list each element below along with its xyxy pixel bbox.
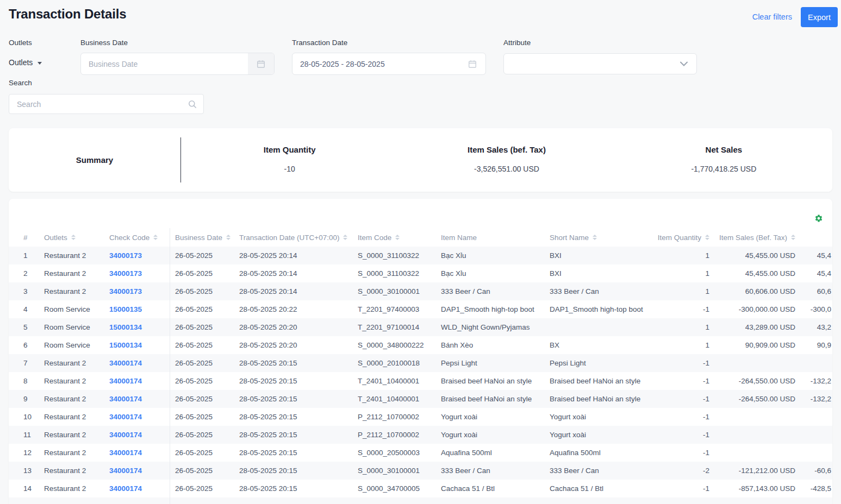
metric-value: -1,770,418.25 USD <box>691 165 756 173</box>
business-date-cell: 26-05-2025 <box>170 336 239 354</box>
item-quantity-cell: -2 <box>651 462 712 480</box>
business-date-cell: 26-05-2025 <box>170 426 239 444</box>
export-button[interactable]: Export <box>801 7 838 27</box>
transaction-date-field[interactable] <box>292 53 486 75</box>
short-name-cell: Braised beef HaNoi an style <box>550 390 651 408</box>
business-date-cell: 26-05-2025 <box>170 318 239 336</box>
business-date-cell: 26-05-2025 <box>170 264 239 282</box>
short-name-cell: BX <box>550 336 651 354</box>
item-sales-cell <box>712 354 798 372</box>
transaction-date-cell: 28-05-2025 20:15 <box>239 372 358 390</box>
clipped-amount-cell <box>798 497 832 504</box>
short-name-cell: 333 Beer / Can <box>550 462 651 480</box>
item-code-cell: P_2112_10700002 <box>358 426 441 444</box>
metric-item-sales: Item Sales (bef. Tax) -3,526,551.00 USD <box>398 128 615 192</box>
calendar-icon[interactable] <box>459 53 485 74</box>
search-field[interactable] <box>9 94 204 114</box>
check-code-link[interactable]: 34000174 <box>109 408 170 426</box>
item-sales-cell <box>712 497 798 504</box>
business-date-input[interactable] <box>81 53 248 74</box>
column-header-name: Item Name <box>441 228 550 247</box>
item-code-cell: T_2201_97100014 <box>358 318 441 336</box>
check-code-link[interactable]: 34000174 <box>109 480 170 497</box>
check-code-link[interactable]: 34000174 <box>109 497 170 504</box>
table-row: 11 Restaurant 2 34000174 26-05-2025 28-0… <box>9 426 832 444</box>
short-name-cell: Braised beef HaNoi an style <box>550 372 651 390</box>
outlets-dropdown[interactable]: Outlets <box>9 58 42 67</box>
column-header-check[interactable]: Check Code <box>109 228 170 247</box>
outlet-cell: Room Service <box>44 300 109 318</box>
column-header-short[interactable]: Short Name <box>550 228 651 247</box>
item-quantity-cell <box>651 497 712 504</box>
search-filter-label: Search <box>9 79 32 87</box>
business-date-filter-label: Business Date <box>80 39 128 47</box>
clipped-amount-cell: 45,4 <box>798 264 832 282</box>
item-sales-cell: -857,143.00 USD <box>712 480 798 497</box>
row-index: 6 <box>9 336 44 354</box>
check-code-link[interactable]: 34000173 <box>109 247 170 264</box>
attribute-select[interactable] <box>503 53 697 74</box>
check-code-link[interactable]: 34000174 <box>109 444 170 462</box>
item-name-cell: Braised beef HaNoi an style <box>441 390 550 408</box>
column-header-num: # <box>9 228 44 247</box>
short-name-cell: Pepsi Light <box>550 354 651 372</box>
clipped-amount-cell <box>798 426 832 444</box>
item-name-cell: WLD_Night Gown/Pyjamas <box>441 318 550 336</box>
business-date-cell: 26-05-2025 <box>170 372 239 390</box>
check-code-link[interactable]: 15000135 <box>109 300 170 318</box>
item-name-cell: Bạc Xỉu <box>441 247 550 264</box>
check-code-link[interactable]: 34000173 <box>109 264 170 282</box>
sort-icon <box>153 235 158 240</box>
column-header-outlet[interactable]: Outlets <box>44 228 109 247</box>
column-header-biz[interactable]: Business Date <box>170 228 239 247</box>
outlet-cell: Restaurant 2 <box>44 497 109 504</box>
column-header-code[interactable]: Item Code <box>358 228 441 247</box>
transaction-date-input[interactable] <box>292 53 459 74</box>
attribute-filter-label: Attribute <box>503 39 531 47</box>
row-index: 13 <box>9 462 44 480</box>
caret-down-icon <box>38 62 42 65</box>
column-header-qty[interactable]: Item Quantity <box>651 228 712 247</box>
business-date-field[interactable] <box>80 53 275 75</box>
check-code-link[interactable]: 34000174 <box>109 354 170 372</box>
transaction-date-cell: 28-05-2025 20:15 <box>239 480 358 497</box>
item-code-cell: S_0000_30100001 <box>358 282 441 300</box>
item-sales-cell: 43,289.00 USD <box>712 318 798 336</box>
table-row: 14 Restaurant 2 34000174 26-05-2025 28-0… <box>9 480 832 497</box>
check-code-link[interactable]: 34000174 <box>109 390 170 408</box>
metric-value: -10 <box>284 165 295 173</box>
clipped-amount-cell: -428,5 <box>798 480 832 497</box>
sort-icon <box>395 235 400 240</box>
metric-label: Net Sales <box>706 145 743 154</box>
table-row: 2 Restaurant 2 34000173 26-05-2025 28-05… <box>9 264 832 282</box>
search-icon[interactable] <box>182 94 203 114</box>
item-name-cell: Braised beef HaNoi an style <box>441 372 550 390</box>
search-input[interactable] <box>9 94 182 114</box>
clipped-amount-cell: -132,2 <box>798 390 832 408</box>
item-quantity-cell: 1 <box>651 264 712 282</box>
gear-icon[interactable] <box>814 214 823 223</box>
clear-filters-link[interactable]: Clear filters <box>752 12 792 21</box>
row-index: 15 <box>9 497 44 504</box>
column-header-txn[interactable]: Transaction Date (UTC+07:00) <box>239 228 358 247</box>
clipped-amount-cell: -300,0 <box>798 300 832 318</box>
check-code-link[interactable]: 15000134 <box>109 318 170 336</box>
item-sales-cell: -300,000.00 USD <box>712 300 798 318</box>
sort-icon <box>593 235 597 240</box>
column-header-sales[interactable]: Item Sales (Bef. Tax) <box>712 228 798 247</box>
item-name-cell: Aquafina 500ml <box>441 444 550 462</box>
row-index: 10 <box>9 408 44 426</box>
transaction-date-cell: 28-05-2025 20:14 <box>239 282 358 300</box>
check-code-link[interactable]: 34000173 <box>109 282 170 300</box>
item-sales-cell: 45,455.00 USD <box>712 247 798 264</box>
check-code-link[interactable]: 34000174 <box>109 426 170 444</box>
row-index: 12 <box>9 444 44 462</box>
attribute-select-value[interactable] <box>504 54 680 74</box>
check-code-link[interactable]: 34000174 <box>109 372 170 390</box>
calendar-icon[interactable] <box>248 53 274 74</box>
check-code-link[interactable]: 15000134 <box>109 336 170 354</box>
table-row: 7 Restaurant 2 34000174 26-05-2025 28-05… <box>9 354 832 372</box>
check-code-link[interactable]: 34000174 <box>109 462 170 480</box>
summary-card: Summary Item Quantity -10 Item Sales (be… <box>9 128 832 192</box>
transaction-date-cell: 28-05-2025 20:15 <box>239 426 358 444</box>
